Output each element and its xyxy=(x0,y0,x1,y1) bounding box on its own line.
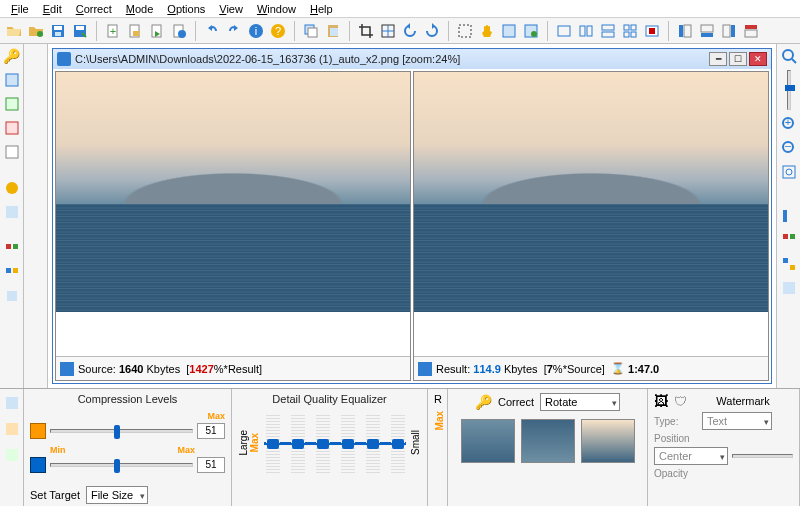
crop-icon[interactable] xyxy=(356,21,376,41)
svg-rect-26 xyxy=(580,26,585,36)
page-arrow-icon[interactable] xyxy=(147,21,167,41)
document-titlebar[interactable]: C:\Users\ADMIN\Downloads\2022-06-15_1637… xyxy=(53,49,771,69)
layout-right-icon[interactable] xyxy=(719,21,739,41)
menu-view[interactable]: View xyxy=(212,2,250,16)
watermark-pos-slider[interactable] xyxy=(732,454,793,458)
copy-image-icon[interactable] xyxy=(301,21,321,41)
key-icon[interactable]: 🔑 xyxy=(2,46,22,66)
menu-file[interactable]: File xyxy=(4,2,36,16)
svg-rect-51 xyxy=(13,244,18,249)
preset-1-icon[interactable] xyxy=(30,423,46,439)
equalizer-sliders[interactable] xyxy=(260,413,410,473)
preset-2-icon[interactable] xyxy=(30,457,46,473)
bottom-icon-a[interactable] xyxy=(2,393,22,413)
view-vert-icon[interactable] xyxy=(598,21,618,41)
info-icon[interactable]: i xyxy=(246,21,266,41)
rotate-left-icon[interactable] xyxy=(400,21,420,41)
close-button[interactable]: ✕ xyxy=(749,52,767,66)
svg-rect-71 xyxy=(6,449,18,461)
menu-help[interactable]: Help xyxy=(303,2,340,16)
source-pane: Source: 1640 Kbytes [1427%*Result] xyxy=(55,71,411,381)
page-open-icon[interactable] xyxy=(125,21,145,41)
svg-text:i: i xyxy=(255,25,257,37)
bottom-icon-c[interactable] xyxy=(2,445,22,465)
minimize-button[interactable]: ━ xyxy=(709,52,727,66)
help-icon[interactable]: ? xyxy=(268,21,288,41)
view-quad-icon[interactable] xyxy=(620,21,640,41)
left-tool-d[interactable] xyxy=(2,142,22,162)
watermark-pic-icon[interactable]: 🖼 xyxy=(654,393,668,409)
bottom-panels: Compression Levels Max 51 MinMax 51 Set … xyxy=(0,388,800,506)
zoom-in-icon[interactable]: + xyxy=(779,114,799,134)
layout-left-icon[interactable] xyxy=(675,21,695,41)
view-horiz-icon[interactable] xyxy=(576,21,596,41)
menu-window[interactable]: Window xyxy=(250,2,303,16)
svg-point-55 xyxy=(783,50,793,60)
rotate-option-3[interactable] xyxy=(581,419,635,463)
source-image[interactable] xyxy=(56,72,410,356)
left-tool-c[interactable] xyxy=(2,118,22,138)
menu-options[interactable]: Options xyxy=(160,2,212,16)
correct-panel: 🔑 Correct Rotate xyxy=(448,389,648,506)
left-tool-a[interactable] xyxy=(2,70,22,90)
svg-rect-49 xyxy=(6,206,18,218)
target-mode-select[interactable]: File Size xyxy=(86,486,148,504)
compression-slider-2[interactable] xyxy=(50,463,193,467)
svg-point-11 xyxy=(178,30,186,38)
left-tool-e[interactable] xyxy=(2,178,22,198)
layout-right-d[interactable] xyxy=(779,278,799,298)
compression-slider-1[interactable] xyxy=(50,429,193,433)
paste-image-icon[interactable] xyxy=(323,21,343,41)
text-icon[interactable] xyxy=(499,21,519,41)
menu-correct[interactable]: Correct xyxy=(69,2,119,16)
zoom-fit-icon[interactable] xyxy=(779,162,799,182)
watermark-pos-select[interactable]: Center xyxy=(654,447,728,465)
resize-icon[interactable] xyxy=(378,21,398,41)
menu-mode[interactable]: Mode xyxy=(119,2,161,16)
layout-right-a[interactable] xyxy=(779,206,799,226)
left-tool-g[interactable] xyxy=(2,238,22,258)
page-plus-icon[interactable]: + xyxy=(103,21,123,41)
svg-rect-25 xyxy=(558,26,570,36)
undo-icon[interactable] xyxy=(202,21,222,41)
rotate-right-icon[interactable] xyxy=(422,21,442,41)
svg-rect-21 xyxy=(459,25,471,37)
zoom-slider[interactable] xyxy=(787,70,791,110)
watermark-shield-icon[interactable]: 🛡 xyxy=(674,394,687,409)
save-as-icon[interactable] xyxy=(70,21,90,41)
bottom-icon-b[interactable] xyxy=(2,419,22,439)
correct-mode-select[interactable]: Rotate xyxy=(540,393,620,411)
zoom-out-icon[interactable]: – xyxy=(779,138,799,158)
open-file-icon[interactable] xyxy=(4,21,24,41)
maximize-button[interactable]: ☐ xyxy=(729,52,747,66)
left-tool-f[interactable] xyxy=(2,202,22,222)
layout-right-c[interactable] xyxy=(779,254,799,274)
compression-value-1[interactable]: 51 xyxy=(197,423,225,439)
layout-bottom-icon[interactable] xyxy=(697,21,717,41)
rotate-option-2[interactable] xyxy=(521,419,575,463)
result-image[interactable] xyxy=(414,72,768,356)
rotate-option-1[interactable] xyxy=(461,419,515,463)
layout-red-icon[interactable] xyxy=(741,21,761,41)
svg-rect-46 xyxy=(6,122,18,134)
layout-right-b[interactable] xyxy=(779,230,799,250)
text2-icon[interactable] xyxy=(521,21,541,41)
hand-icon[interactable] xyxy=(477,21,497,41)
svg-rect-32 xyxy=(624,32,629,37)
zoom-100-icon[interactable] xyxy=(779,46,799,66)
compression-value-2[interactable]: 51 xyxy=(197,457,225,473)
menu-edit[interactable]: Edit xyxy=(36,2,69,16)
view-overlay-icon[interactable] xyxy=(642,21,662,41)
page-globe-icon[interactable] xyxy=(169,21,189,41)
left-tool-i[interactable] xyxy=(2,286,22,306)
svg-rect-68 xyxy=(783,282,795,294)
watermark-type-select[interactable]: Text xyxy=(702,412,772,430)
save-icon[interactable] xyxy=(48,21,68,41)
left-tool-b[interactable] xyxy=(2,94,22,114)
set-target-label: Set Target xyxy=(30,489,80,501)
open-folder-refresh-icon[interactable] xyxy=(26,21,46,41)
left-tool-h[interactable] xyxy=(2,262,22,282)
selection-icon[interactable] xyxy=(455,21,475,41)
redo-icon[interactable] xyxy=(224,21,244,41)
view-single-icon[interactable] xyxy=(554,21,574,41)
